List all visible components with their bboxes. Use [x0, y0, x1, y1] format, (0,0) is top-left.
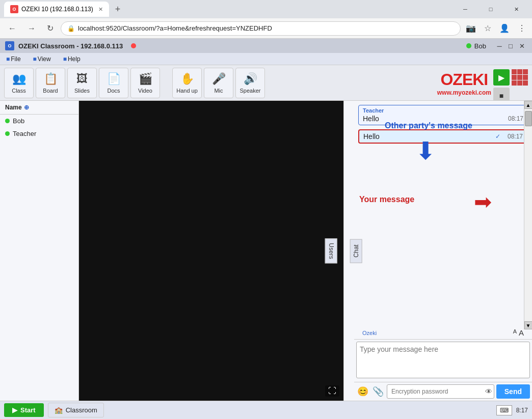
browser-tab[interactable]: O OZEKI 10 (192.168.0.113) ✕	[4, 2, 109, 17]
play-button[interactable]: ▶	[493, 69, 510, 86]
ozeki-grid	[512, 69, 528, 86]
sidebar-item-bob[interactable]: Bob	[0, 115, 78, 127]
start-button[interactable]: ▶ Start	[4, 403, 44, 417]
classroom-label: Classroom	[66, 406, 97, 414]
board-icon: 📋	[44, 72, 58, 86]
status-bar: ▶ Start 🏫 Classroom ⌨ 8:17	[0, 401, 532, 419]
chat-messages: Teacher Hello 08:17 Hello ✓ 08:17	[354, 101, 532, 326]
mic-label: Mic	[214, 88, 223, 94]
tab-close-button[interactable]: ✕	[98, 6, 103, 13]
lock-icon: 🔒	[67, 25, 75, 32]
users-panel-toggle[interactable]: Users	[325, 238, 337, 263]
recording-dot	[131, 43, 136, 48]
send-button[interactable]: Send	[496, 384, 530, 399]
font-small[interactable]: A	[513, 328, 517, 337]
app-restore-button[interactable]: □	[506, 41, 516, 51]
toolbar-video-button[interactable]: 🎬 Video	[130, 68, 160, 98]
url-text: localhost:9520/Classroom/?a=Home&refresh…	[78, 24, 454, 32]
browser-title-bar: O OZEKI 10 (192.168.0.113) ✕ + ─ □ ✕	[0, 0, 532, 18]
online-indicator: Bob	[466, 42, 486, 50]
start-icon: ▶	[12, 406, 17, 414]
tab-title: OZEKI 10 (192.168.0.113)	[21, 6, 93, 13]
classroom-button[interactable]: 🏫 Classroom	[48, 403, 104, 417]
online-status-dot	[466, 43, 471, 48]
status-clock: 8:17	[516, 407, 528, 414]
scroll-up-button[interactable]: ▲	[524, 101, 533, 109]
menu-file[interactable]: ■File	[4, 54, 23, 64]
chat-panel: Chat Other party's message ⬇ Your messag…	[343, 101, 532, 401]
toolbar-speaker-button[interactable]: 🔊 Speaker	[235, 68, 265, 98]
chat-content: Other party's message ⬇ Your message ➡ T…	[354, 101, 532, 401]
fullscreen-button[interactable]: ⛶	[325, 385, 339, 397]
app-win-controls: ─ □ ✕	[494, 41, 527, 51]
refresh-button[interactable]: ↻	[43, 21, 58, 35]
menu-view[interactable]: ■View	[31, 54, 53, 64]
menu-icon[interactable]: ⋮	[516, 21, 528, 35]
toolbar-handup-button[interactable]: ✋ Hand up	[172, 68, 202, 98]
scroll-track	[524, 109, 533, 321]
msg-row-teacher: Hello 08:17	[363, 115, 523, 123]
status-time-area: ⌨ 8:17	[496, 405, 528, 415]
scroll-down-button[interactable]: ▼	[524, 321, 533, 329]
encryption-password-input[interactable]	[387, 384, 494, 399]
msg-check-icon: ✓	[495, 133, 500, 140]
account-icon[interactable]: 👤	[497, 21, 512, 35]
emoji-button[interactable]: 😊	[356, 385, 369, 398]
message-bubble-teacher: Teacher Hello 08:17	[358, 105, 528, 125]
msg-time-mine: 08:17	[508, 133, 523, 140]
message-input[interactable]	[356, 342, 530, 378]
app-title-bar: O OZEKI Classroom - 192.168.0.113 Bob ─ …	[0, 39, 532, 53]
camera-icon[interactable]: 📷	[464, 21, 478, 35]
chat-bottom-bar: 😊 📎 👁 Send	[354, 382, 532, 401]
handup-icon: ✋	[180, 72, 194, 86]
app-close-button[interactable]: ✕	[517, 41, 527, 51]
browser-restore-button[interactable]: □	[479, 0, 502, 18]
app-icon: O	[5, 41, 14, 50]
new-tab-button[interactable]: +	[113, 2, 123, 17]
handup-label: Hand up	[176, 88, 198, 94]
ozeki-logo: OZEKI www.myozeki.com	[437, 70, 491, 96]
bob-status-dot	[5, 119, 10, 123]
docs-icon: 📄	[107, 72, 121, 86]
teacher-name: Teacher	[13, 130, 36, 137]
toolbar-class-button[interactable]: 👥 Class	[4, 68, 34, 98]
annotation-area: Other party's message ⬇ Your message ➡ T…	[354, 101, 532, 326]
toolbar-slides-button[interactable]: 🖼 Slides	[67, 68, 97, 98]
toolbar: 👥 Class 📋 Board 🖼 Slides 📄 Docs 🎬 Video …	[0, 65, 532, 101]
back-button[interactable]: ←	[4, 22, 20, 35]
classroom-icon: 🏫	[55, 406, 63, 414]
address-bar[interactable]: 🔒 localhost:9520/Classroom/?a=Home&refre…	[61, 21, 461, 36]
keyboard-icon: ⌨	[496, 405, 512, 415]
sidebar-item-teacher[interactable]: Teacher	[0, 127, 78, 140]
browser-close-button[interactable]: ✕	[504, 0, 528, 18]
scroll-thumb[interactable]	[525, 111, 532, 126]
menu-help[interactable]: ■Help	[61, 54, 83, 64]
toolbar-mic-button[interactable]: 🎤 Mic	[204, 68, 233, 98]
attachment-button[interactable]: 📎	[371, 385, 385, 398]
msg-row-mine: Hello ✓ 08:17	[363, 132, 523, 141]
msg-text-mine: Hello	[363, 132, 380, 141]
class-label: Class	[12, 88, 26, 94]
ozeki-logo-text: OZEKI	[440, 70, 488, 89]
chat-input-area	[354, 339, 532, 382]
bookmark-icon[interactable]: ☆	[482, 21, 493, 35]
toolbar-docs-button[interactable]: 📄 Docs	[99, 68, 128, 98]
show-password-button[interactable]: 👁	[485, 387, 492, 396]
toolbar-board-button[interactable]: 📋 Board	[36, 68, 65, 98]
speaker-label: Speaker	[240, 88, 261, 94]
slides-icon: 🖼	[76, 72, 88, 86]
board-label: Board	[43, 88, 58, 94]
slides-label: Slides	[74, 88, 90, 94]
msg-sender-teacher: Teacher	[363, 107, 523, 114]
video-label: Video	[138, 88, 152, 94]
browser-win-controls: ─ □ ✕	[454, 0, 528, 18]
forward-button[interactable]: →	[23, 22, 40, 35]
start-label: Start	[20, 406, 36, 414]
encryption-input-wrap: 👁	[387, 384, 494, 399]
font-large[interactable]: A	[519, 328, 524, 337]
app-minimize-button[interactable]: ─	[494, 41, 504, 51]
sidebar-sort-icon[interactable]: ⊕	[24, 104, 29, 111]
browser-minimize-button[interactable]: ─	[454, 0, 477, 18]
video-icon: 🎬	[139, 72, 152, 86]
sidebar-header: Name ⊕	[0, 101, 78, 115]
